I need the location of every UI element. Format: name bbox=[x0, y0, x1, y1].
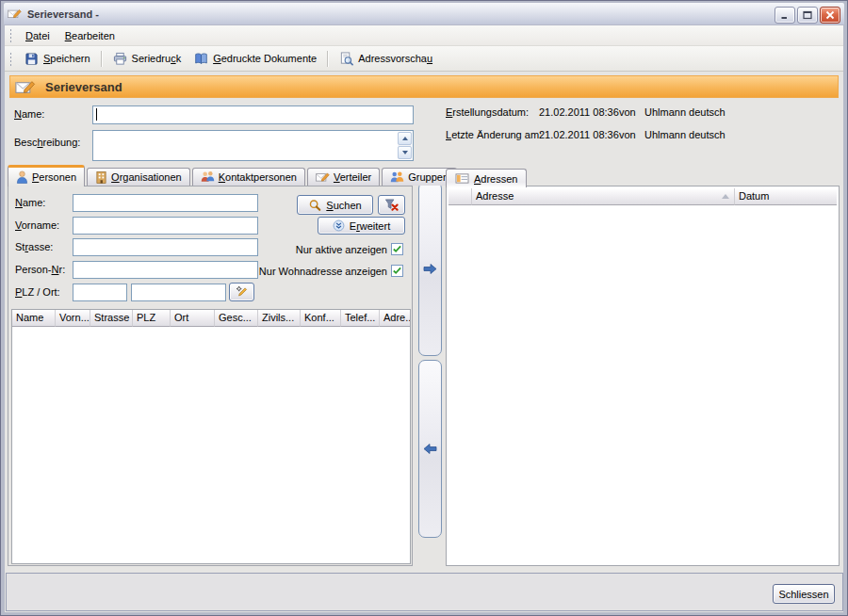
tab-label: Gruppen bbox=[408, 171, 448, 183]
remove-from-selection-button[interactable] bbox=[418, 360, 442, 538]
toolbar-adressvorschau-button[interactable]: Adressvorschau bbox=[333, 49, 439, 69]
address-table-body bbox=[448, 205, 837, 563]
toolbar-label: Adressvorschau bbox=[358, 53, 432, 64]
sort-ascending-icon bbox=[722, 194, 729, 199]
address-panel: Adresse Datum bbox=[446, 186, 840, 566]
search-strasse-input[interactable] bbox=[73, 238, 258, 256]
toolbar: Speichern Seriedruck Gedruckte Dokumente… bbox=[5, 46, 843, 72]
window-title: Serieversand - bbox=[27, 8, 99, 20]
page-header: Serieversand bbox=[9, 75, 839, 98]
tab-label: Kontaktpersonen bbox=[219, 171, 297, 183]
window-controls bbox=[775, 7, 840, 24]
erweitert-button[interactable]: Erweitert bbox=[318, 217, 405, 235]
toolbar-label: Speichern bbox=[43, 53, 90, 64]
column-header[interactable]: Strasse bbox=[90, 310, 133, 327]
column-header[interactable]: Adre... bbox=[380, 310, 410, 327]
maximize-icon bbox=[803, 10, 812, 20]
column-header[interactable]: Ort bbox=[171, 310, 215, 327]
checkbox-active[interactable] bbox=[391, 243, 403, 255]
created-label: Erstellungsdatum: bbox=[446, 106, 529, 118]
description-label: Beschreibung: bbox=[14, 137, 80, 148]
toolbar-separator bbox=[327, 51, 329, 67]
toolbar-grip-icon[interactable] bbox=[9, 52, 12, 66]
toolbar-gedruckte-dokumente-button[interactable]: Gedruckte Dokumente bbox=[188, 49, 323, 69]
toolbar-seriedruck-button[interactable]: Seriedruck bbox=[106, 49, 188, 69]
arrow-left-icon bbox=[423, 443, 437, 455]
modified-label: Letzte Änderung am: bbox=[446, 129, 542, 140]
tab-organisationen[interactable]: Organisationen bbox=[87, 168, 190, 186]
name-input[interactable] bbox=[92, 105, 414, 124]
modified-von-label: von bbox=[619, 129, 636, 140]
column-header[interactable]: Konf... bbox=[301, 310, 341, 327]
add-to-selection-button[interactable] bbox=[418, 182, 442, 356]
search-icon bbox=[308, 199, 321, 212]
tab-personen[interactable]: Personen bbox=[8, 165, 85, 186]
column-header-datum[interactable]: Datum bbox=[735, 188, 837, 205]
envelope-pencil-icon bbox=[15, 79, 36, 95]
arrow-up-icon bbox=[402, 137, 408, 140]
toolbar-label: Seriedruck bbox=[132, 53, 182, 64]
suchen-label: Suchen bbox=[326, 200, 361, 211]
menubar-grip-icon[interactable] bbox=[9, 28, 12, 42]
search-plz-input[interactable] bbox=[73, 284, 127, 301]
name-label: Name: bbox=[14, 108, 44, 120]
address-table-header: Adresse Datum bbox=[448, 188, 837, 205]
distribution-envelope-icon bbox=[316, 171, 330, 183]
close-button[interactable] bbox=[820, 7, 840, 24]
checkbox-wohnadresse-label: Nur Wohnadresse anzeigen bbox=[253, 266, 387, 277]
results-table-header: Name Vorn... Strasse PLZ Ort Gesc... Ziv… bbox=[12, 310, 410, 327]
text-caret bbox=[96, 108, 97, 121]
menu-bearbeiten[interactable]: Bearbeiten bbox=[57, 27, 122, 44]
column-header[interactable]: Vorn... bbox=[56, 310, 90, 327]
erweitert-label: Erweitert bbox=[350, 220, 390, 232]
address-preview-icon bbox=[339, 52, 353, 66]
plz-lookup-button[interactable] bbox=[229, 283, 254, 301]
tab-adressen[interactable]: Adressen bbox=[446, 169, 527, 187]
contact-persons-icon bbox=[201, 170, 215, 184]
schliessen-button[interactable]: Schliessen bbox=[773, 584, 835, 604]
column-header[interactable]: Zivils... bbox=[258, 310, 301, 327]
column-header[interactable]: Telef... bbox=[341, 310, 380, 327]
minimize-button[interactable] bbox=[775, 7, 795, 24]
footer-bar: Schliessen bbox=[6, 573, 843, 611]
save-icon bbox=[24, 52, 39, 66]
schliessen-label: Schliessen bbox=[778, 589, 828, 600]
clear-filter-button[interactable] bbox=[378, 195, 405, 215]
column-header[interactable]: PLZ bbox=[133, 310, 171, 327]
search-name-label: Name: bbox=[15, 197, 45, 208]
scroll-down-button[interactable] bbox=[398, 146, 412, 159]
search-vorname-input[interactable] bbox=[73, 217, 258, 235]
person-search-panel: Name: Vorname: Strasse: Person-Nr: PLZ /… bbox=[8, 186, 413, 566]
page-title: Serieversand bbox=[45, 80, 122, 94]
edit-star-icon bbox=[236, 285, 249, 299]
toolbar-speichern-button[interactable]: Speichern bbox=[18, 49, 97, 69]
search-ort-input[interactable] bbox=[131, 284, 226, 301]
titlebar[interactable]: Serieversand - bbox=[4, 3, 844, 24]
description-scrollbar[interactable] bbox=[398, 132, 412, 159]
close-icon bbox=[825, 10, 835, 20]
scroll-up-button[interactable] bbox=[398, 132, 412, 145]
description-textarea[interactable] bbox=[92, 130, 414, 161]
modified-by: Uhlmann deutsch bbox=[644, 129, 726, 140]
modified-date: 21.02.2011 08:36 bbox=[539, 129, 619, 140]
search-personnr-input[interactable] bbox=[73, 261, 258, 279]
column-header[interactable]: Name bbox=[12, 310, 56, 327]
suchen-button[interactable]: Suchen bbox=[297, 195, 373, 215]
column-header[interactable] bbox=[448, 188, 472, 205]
arrow-right-icon bbox=[423, 263, 437, 275]
menu-datei[interactable]: Datei bbox=[18, 27, 57, 44]
maximize-button[interactable] bbox=[797, 7, 818, 24]
book-icon bbox=[194, 52, 208, 66]
person-tabstrip: Personen Organisationen Kontaktpersonen … bbox=[8, 168, 457, 186]
organization-icon bbox=[95, 170, 107, 184]
search-name-input[interactable] bbox=[73, 194, 258, 212]
tab-kontaktpersonen[interactable]: Kontaktpersonen bbox=[192, 168, 305, 186]
tab-label: Adressen bbox=[474, 173, 517, 185]
tab-verteiler[interactable]: Verteiler bbox=[307, 168, 380, 186]
column-header[interactable]: Gesc... bbox=[215, 310, 258, 327]
column-header-adresse[interactable]: Adresse bbox=[472, 188, 735, 205]
checkbox-wohnadresse[interactable] bbox=[391, 265, 403, 277]
created-date: 21.02.2011 08:36 bbox=[539, 106, 619, 118]
toolbar-label: Gedruckte Dokumente bbox=[213, 53, 317, 64]
search-strasse-label: Strasse: bbox=[15, 241, 53, 252]
